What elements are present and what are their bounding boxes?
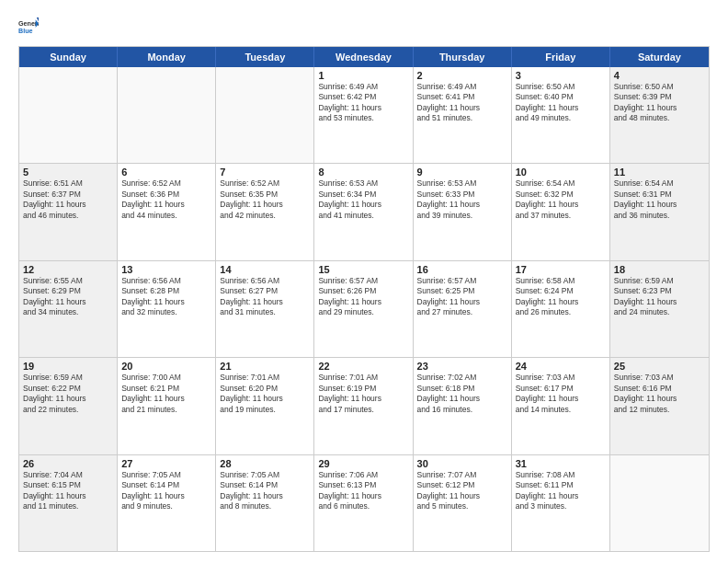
day-info: Sunrise: 6:53 AM Sunset: 6:34 PM Dayligh… <box>318 178 408 221</box>
day-info: Sunrise: 6:58 AM Sunset: 6:24 PM Dayligh… <box>516 276 606 318</box>
cal-cell: 5Sunrise: 6:51 AM Sunset: 6:37 PM Daylig… <box>19 164 118 259</box>
cal-cell: 29Sunrise: 7:06 AM Sunset: 6:13 PM Dayli… <box>314 455 413 551</box>
logo-icon: General Blue <box>18 17 39 37</box>
day-number: 28 <box>220 458 310 469</box>
logo: General Blue <box>18 17 42 37</box>
day-info: Sunrise: 6:57 AM Sunset: 6:26 PM Dayligh… <box>318 276 408 318</box>
cal-cell: 3Sunrise: 6:50 AM Sunset: 6:40 PM Daylig… <box>512 67 610 163</box>
day-info: Sunrise: 6:59 AM Sunset: 6:23 PM Dayligh… <box>614 276 705 318</box>
header: General Blue <box>18 17 710 37</box>
cal-cell: 14Sunrise: 6:56 AM Sunset: 6:27 PM Dayli… <box>216 261 314 357</box>
cal-cell: 21Sunrise: 7:01 AM Sunset: 6:20 PM Dayli… <box>216 358 314 454</box>
day-info: Sunrise: 6:56 AM Sunset: 6:27 PM Dayligh… <box>220 276 310 318</box>
cal-cell: 27Sunrise: 7:05 AM Sunset: 6:14 PM Dayli… <box>118 455 216 551</box>
day-number: 30 <box>417 458 507 469</box>
day-number: 20 <box>121 361 211 372</box>
cal-header-cell: Thursday <box>414 47 512 67</box>
cal-cell: 20Sunrise: 7:00 AM Sunset: 6:21 PM Dayli… <box>118 358 216 454</box>
day-info: Sunrise: 6:52 AM Sunset: 6:36 PM Dayligh… <box>121 178 211 221</box>
day-info: Sunrise: 6:53 AM Sunset: 6:33 PM Dayligh… <box>417 178 507 221</box>
cal-cell: 23Sunrise: 7:02 AM Sunset: 6:18 PM Dayli… <box>414 358 512 454</box>
day-number: 14 <box>220 264 310 275</box>
cal-cell <box>216 67 314 163</box>
cal-cell: 24Sunrise: 7:03 AM Sunset: 6:17 PM Dayli… <box>512 358 610 454</box>
day-info: Sunrise: 6:49 AM Sunset: 6:41 PM Dayligh… <box>417 82 507 124</box>
cal-cell: 30Sunrise: 7:07 AM Sunset: 6:12 PM Dayli… <box>414 455 512 551</box>
svg-text:Blue: Blue <box>18 28 33 35</box>
cal-row: 5Sunrise: 6:51 AM Sunset: 6:37 PM Daylig… <box>19 163 709 259</box>
day-number: 16 <box>417 264 507 275</box>
cal-cell: 7Sunrise: 6:52 AM Sunset: 6:35 PM Daylig… <box>216 164 314 259</box>
day-number: 9 <box>417 167 507 178</box>
cal-cell: 11Sunrise: 6:54 AM Sunset: 6:31 PM Dayli… <box>610 164 709 259</box>
day-number: 3 <box>516 70 606 81</box>
cal-header-cell: Friday <box>512 47 610 67</box>
day-info: Sunrise: 6:56 AM Sunset: 6:28 PM Dayligh… <box>121 276 211 318</box>
day-number: 7 <box>220 167 310 178</box>
cal-header-cell: Saturday <box>610 47 709 67</box>
day-number: 8 <box>318 167 408 178</box>
day-number: 2 <box>417 70 507 81</box>
cal-cell: 13Sunrise: 6:56 AM Sunset: 6:28 PM Dayli… <box>118 261 216 357</box>
day-number: 13 <box>121 264 211 275</box>
day-number: 21 <box>220 361 310 372</box>
cal-cell: 22Sunrise: 7:01 AM Sunset: 6:19 PM Dayli… <box>314 358 413 454</box>
cal-row: 19Sunrise: 6:59 AM Sunset: 6:22 PM Dayli… <box>19 357 709 454</box>
cal-cell <box>118 67 216 163</box>
day-info: Sunrise: 6:59 AM Sunset: 6:22 PM Dayligh… <box>23 373 113 415</box>
cal-cell: 9Sunrise: 6:53 AM Sunset: 6:33 PM Daylig… <box>414 164 512 259</box>
day-number: 18 <box>614 264 705 275</box>
cal-header-cell: Monday <box>118 47 216 67</box>
day-info: Sunrise: 6:50 AM Sunset: 6:40 PM Dayligh… <box>516 82 606 124</box>
cal-row: 26Sunrise: 7:04 AM Sunset: 6:15 PM Dayli… <box>19 454 709 551</box>
cal-row: 1Sunrise: 6:49 AM Sunset: 6:42 PM Daylig… <box>19 67 709 163</box>
day-number: 15 <box>318 264 408 275</box>
day-info: Sunrise: 7:06 AM Sunset: 6:13 PM Dayligh… <box>318 470 408 512</box>
day-number: 1 <box>318 70 408 81</box>
calendar-body: 1Sunrise: 6:49 AM Sunset: 6:42 PM Daylig… <box>19 67 709 551</box>
day-number: 6 <box>121 167 211 178</box>
cal-header-cell: Sunday <box>19 47 118 67</box>
day-number: 11 <box>614 167 705 178</box>
day-info: Sunrise: 7:01 AM Sunset: 6:19 PM Dayligh… <box>318 373 408 415</box>
day-info: Sunrise: 6:52 AM Sunset: 6:35 PM Dayligh… <box>220 178 310 221</box>
cal-cell: 10Sunrise: 6:54 AM Sunset: 6:32 PM Dayli… <box>512 164 610 259</box>
day-info: Sunrise: 6:57 AM Sunset: 6:25 PM Dayligh… <box>417 276 507 318</box>
day-info: Sunrise: 6:54 AM Sunset: 6:32 PM Dayligh… <box>516 178 606 221</box>
page: General Blue SundayMondayTuesdayWednesda… <box>0 0 728 563</box>
cal-cell: 2Sunrise: 6:49 AM Sunset: 6:41 PM Daylig… <box>414 67 512 163</box>
day-info: Sunrise: 7:03 AM Sunset: 6:16 PM Dayligh… <box>614 373 705 415</box>
cal-header-cell: Wednesday <box>314 47 413 67</box>
day-number: 29 <box>318 458 408 469</box>
cal-cell: 17Sunrise: 6:58 AM Sunset: 6:24 PM Dayli… <box>512 261 610 357</box>
day-info: Sunrise: 7:00 AM Sunset: 6:21 PM Dayligh… <box>121 373 211 415</box>
cal-cell <box>19 67 118 163</box>
day-info: Sunrise: 6:55 AM Sunset: 6:29 PM Dayligh… <box>23 276 113 318</box>
day-info: Sunrise: 7:07 AM Sunset: 6:12 PM Dayligh… <box>417 470 507 512</box>
cal-cell: 12Sunrise: 6:55 AM Sunset: 6:29 PM Dayli… <box>19 261 118 357</box>
cal-cell: 16Sunrise: 6:57 AM Sunset: 6:25 PM Dayli… <box>414 261 512 357</box>
calendar-header: SundayMondayTuesdayWednesdayThursdayFrid… <box>19 47 709 67</box>
cal-cell <box>610 455 709 551</box>
cal-cell: 26Sunrise: 7:04 AM Sunset: 6:15 PM Dayli… <box>19 455 118 551</box>
day-number: 23 <box>417 361 507 372</box>
cal-row: 12Sunrise: 6:55 AM Sunset: 6:29 PM Dayli… <box>19 260 709 357</box>
day-number: 24 <box>516 361 606 372</box>
day-info: Sunrise: 7:05 AM Sunset: 6:14 PM Dayligh… <box>121 470 211 512</box>
day-info: Sunrise: 7:03 AM Sunset: 6:17 PM Dayligh… <box>516 373 606 415</box>
cal-cell: 25Sunrise: 7:03 AM Sunset: 6:16 PM Dayli… <box>610 358 709 454</box>
cal-cell: 18Sunrise: 6:59 AM Sunset: 6:23 PM Dayli… <box>610 261 709 357</box>
day-number: 12 <box>23 264 113 275</box>
day-number: 22 <box>318 361 408 372</box>
day-number: 17 <box>516 264 606 275</box>
day-number: 27 <box>121 458 211 469</box>
cal-cell: 28Sunrise: 7:05 AM Sunset: 6:14 PM Dayli… <box>216 455 314 551</box>
day-info: Sunrise: 7:02 AM Sunset: 6:18 PM Dayligh… <box>417 373 507 415</box>
cal-cell: 31Sunrise: 7:08 AM Sunset: 6:11 PM Dayli… <box>512 455 610 551</box>
cal-cell: 4Sunrise: 6:50 AM Sunset: 6:39 PM Daylig… <box>610 67 709 163</box>
day-number: 10 <box>516 167 606 178</box>
day-info: Sunrise: 6:50 AM Sunset: 6:39 PM Dayligh… <box>614 82 705 124</box>
cal-header-cell: Tuesday <box>216 47 314 67</box>
day-info: Sunrise: 7:04 AM Sunset: 6:15 PM Dayligh… <box>23 470 113 512</box>
day-info: Sunrise: 6:49 AM Sunset: 6:42 PM Dayligh… <box>318 82 408 124</box>
